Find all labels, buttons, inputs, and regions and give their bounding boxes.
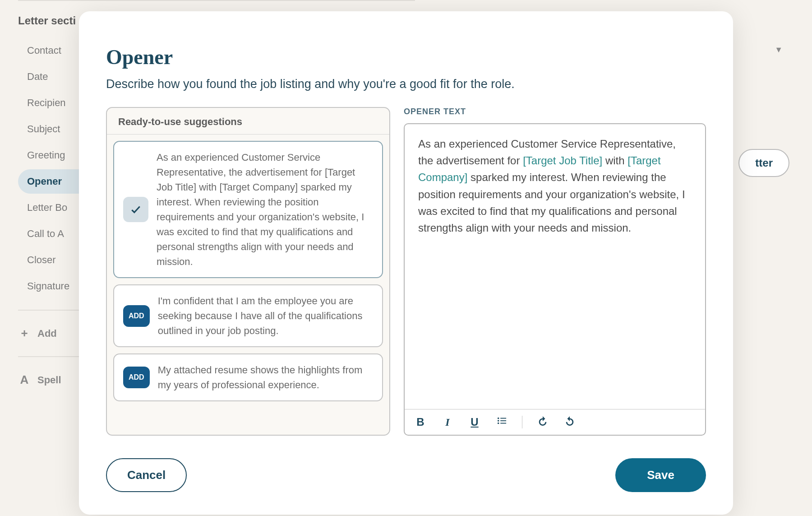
suggestion-text: I'm confident that I am the employee you… (158, 293, 373, 338)
background-button[interactable]: tter (738, 149, 789, 177)
svg-rect-5 (500, 423, 506, 424)
suggestion-card[interactable]: ADD My attached resume shows the highlig… (113, 353, 383, 401)
svg-point-4 (498, 423, 499, 424)
spell-label: Spell (37, 374, 61, 386)
list-icon (497, 416, 507, 426)
placeholder-job-title[interactable]: [Target Job Title] (523, 154, 602, 167)
add-label: Add (37, 328, 57, 339)
modal-title: Opener (106, 45, 706, 69)
italic-button[interactable]: I (441, 416, 454, 428)
svg-point-2 (498, 420, 499, 422)
underline-button[interactable]: U (468, 416, 481, 428)
spell-icon: A (18, 373, 31, 387)
opener-modal: Opener Describe how you found the job li… (79, 11, 733, 515)
svg-rect-1 (500, 418, 506, 419)
suggestion-text: My attached resume shows the highlights … (158, 363, 373, 392)
cancel-button[interactable]: Cancel (106, 458, 187, 492)
opener-text-editor[interactable]: As an experienced Customer Service Repre… (405, 124, 705, 409)
bullet-list-button[interactable] (495, 416, 508, 428)
suggestion-card[interactable]: As an experienced Customer Service Repre… (113, 141, 383, 278)
suggestion-selected-button[interactable] (123, 197, 148, 222)
suggestion-card[interactable]: ADD I'm confident that I am the employee… (113, 284, 383, 347)
modal-subtitle: Describe how you found the job listing a… (106, 77, 706, 91)
suggestions-list[interactable]: As an experienced Customer Service Repre… (107, 135, 389, 435)
svg-rect-3 (500, 420, 506, 421)
suggestion-add-button[interactable]: ADD (123, 305, 150, 327)
suggestions-header: Ready-to-use suggestions (107, 108, 389, 135)
chevron-down-icon[interactable]: ▼ (775, 45, 783, 55)
save-button[interactable]: Save (615, 458, 706, 492)
bold-button[interactable]: B (414, 416, 427, 428)
undo-icon (538, 416, 548, 426)
check-icon (130, 204, 142, 215)
editor-panel: OPENER TEXT As an experienced Customer S… (404, 107, 706, 436)
plus-icon: + (18, 326, 31, 340)
suggestion-add-button[interactable]: ADD (123, 367, 150, 388)
svg-point-0 (498, 418, 499, 419)
editor-label: OPENER TEXT (404, 107, 706, 116)
editor-toolbar: B I U (405, 409, 705, 435)
redo-button[interactable] (563, 416, 577, 428)
editor-box: As an experienced Customer Service Repre… (404, 123, 706, 436)
suggestion-text: As an experienced Customer Service Repre… (157, 150, 373, 269)
redo-icon (565, 416, 575, 426)
suggestions-panel: Ready-to-use suggestions As an experienc… (106, 107, 390, 436)
undo-button[interactable] (536, 416, 549, 428)
